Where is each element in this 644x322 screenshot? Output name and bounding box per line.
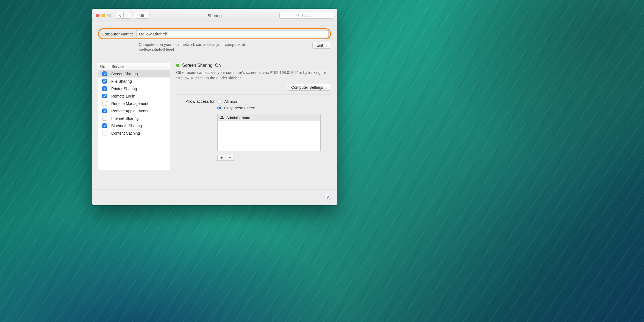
computer-name-pane: Computer Name: Computers on your local n…	[92, 22, 337, 58]
service-label: Printer Sharing	[111, 87, 137, 91]
window-controls	[96, 14, 111, 17]
chevron-right-icon	[126, 14, 129, 17]
radio-only-users-label: Only these users:	[224, 106, 255, 110]
svg-point-0	[296, 14, 298, 16]
service-detail: Screen Sharing: On Other users can acces…	[176, 63, 331, 184]
divider	[176, 95, 331, 95]
svg-point-2	[220, 116, 222, 118]
service-checkbox[interactable]	[102, 109, 107, 113]
forward-button[interactable]	[124, 12, 131, 19]
service-label: Screen Sharing	[111, 72, 138, 76]
svg-point-3	[222, 116, 223, 118]
remove-user-button[interactable]: −	[226, 155, 234, 161]
service-row[interactable]: File Sharing	[98, 77, 170, 85]
minus-icon: −	[228, 155, 231, 160]
zoom-window-button[interactable]	[107, 14, 111, 17]
sharing-preferences-window: Sharing Computer Name: Computers on your…	[92, 9, 337, 205]
chevron-left-icon	[119, 14, 121, 17]
computer-name-input[interactable]	[136, 30, 329, 37]
service-list-header: On Service	[98, 63, 170, 70]
close-window-button[interactable]	[96, 14, 99, 17]
status-title: Screen Sharing: On	[182, 63, 221, 68]
service-label: File Sharing	[111, 79, 132, 84]
search-input[interactable]	[301, 13, 318, 18]
status-description: Other users can access your computer's s…	[176, 70, 331, 81]
grid-icon	[140, 14, 144, 17]
service-label: Internet Sharing	[111, 116, 139, 121]
service-checkbox[interactable]	[102, 131, 107, 135]
radio-only-these-users[interactable]: Only these users:	[217, 106, 331, 110]
user-list-row-label: Administrators	[226, 116, 250, 120]
service-checkbox[interactable]	[102, 101, 107, 106]
allowed-users-list[interactable]: Administrators	[217, 114, 321, 151]
edit-hostname-button[interactable]: Edit…	[312, 42, 331, 49]
user-list-row[interactable]: Administrators	[218, 114, 320, 121]
add-user-button[interactable]: +	[217, 155, 226, 161]
computer-settings-button[interactable]: Computer Settings…	[287, 84, 331, 91]
show-all-button[interactable]	[134, 12, 149, 19]
service-checkbox[interactable]	[102, 116, 107, 121]
service-checkbox[interactable]	[102, 79, 107, 84]
content-area: On Service Screen SharingFile SharingPri…	[92, 58, 337, 189]
computer-name-subtext: Computers on your local network can acce…	[139, 42, 307, 53]
titlebar: Sharing	[92, 9, 337, 22]
service-label: Bluetooth Sharing	[111, 124, 142, 128]
service-row[interactable]: Screen Sharing	[98, 70, 170, 77]
users-icon	[220, 116, 224, 119]
computer-name-highlight: Computer Name:	[98, 28, 331, 39]
user-list-controls: + −	[217, 155, 331, 161]
search-field[interactable]	[279, 12, 334, 19]
service-checkbox[interactable]	[102, 123, 107, 128]
column-header-on[interactable]: On	[98, 63, 109, 70]
bottom-bar: ?	[92, 189, 337, 205]
svg-line-1	[298, 16, 299, 17]
service-row[interactable]: Remote Management	[98, 100, 170, 107]
back-button[interactable]	[116, 12, 124, 19]
help-button[interactable]: ?	[324, 194, 331, 200]
service-row[interactable]: Content Caching	[98, 129, 170, 137]
service-checkbox[interactable]	[102, 86, 107, 91]
service-row[interactable]: Bluetooth Sharing	[98, 122, 170, 129]
radio-icon	[217, 99, 222, 104]
service-checkbox[interactable]	[102, 94, 107, 98]
service-label: Remote Login	[111, 94, 135, 98]
status-indicator-icon	[176, 64, 179, 67]
radio-icon	[217, 106, 222, 110]
computer-name-label: Computer Name:	[101, 32, 133, 36]
minimize-window-button[interactable]	[102, 14, 105, 17]
service-label: Remote Management	[111, 101, 148, 106]
plus-icon: +	[220, 155, 223, 160]
status-row: Screen Sharing: On	[176, 63, 331, 68]
service-label: Remote Apple Events	[111, 109, 148, 113]
radio-all-users-label: All users	[224, 99, 240, 104]
help-icon: ?	[326, 195, 329, 199]
service-label: Content Caching	[111, 131, 140, 135]
allow-access-label: Allow access for:	[176, 99, 217, 104]
search-icon	[296, 14, 300, 17]
radio-all-users[interactable]: All users	[217, 99, 331, 104]
service-checkbox[interactable]	[102, 71, 107, 76]
column-header-service[interactable]: Service	[109, 63, 170, 70]
service-row[interactable]: Printer Sharing	[98, 85, 170, 92]
service-list: On Service Screen SharingFile SharingPri…	[98, 63, 170, 170]
nav-buttons	[116, 12, 131, 19]
service-row[interactable]: Remote Login	[98, 92, 170, 100]
service-row[interactable]: Remote Apple Events	[98, 107, 170, 115]
service-row[interactable]: Internet Sharing	[98, 115, 170, 122]
